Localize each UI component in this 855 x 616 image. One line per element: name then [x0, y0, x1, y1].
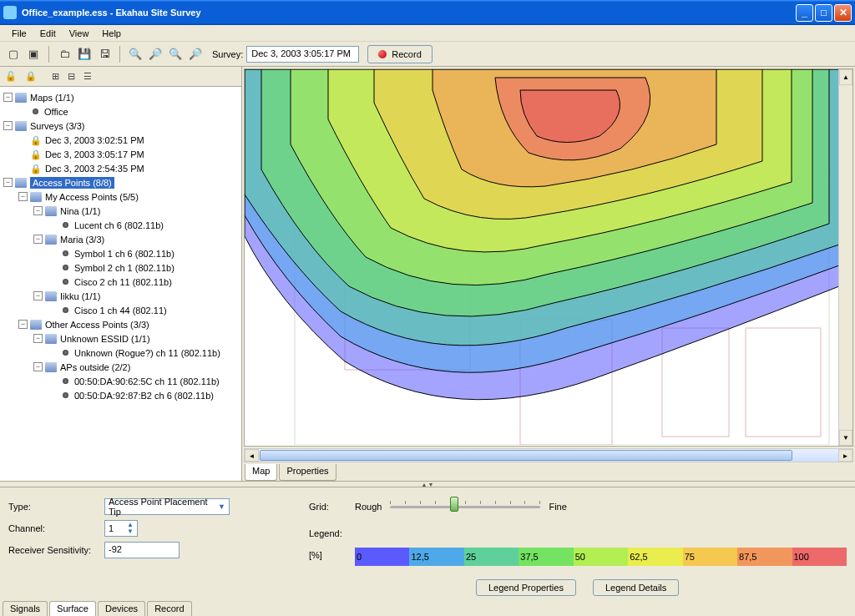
bottom-panel: Type: Access Point Placement Tip▼ Channe… — [0, 487, 855, 601]
percent-label: [%] — [309, 550, 355, 560]
survey-item[interactable]: Dec 3, 2003 3:05:17 PM — [45, 149, 144, 159]
surveys-node[interactable]: Surveys (3/3) — [30, 121, 84, 131]
open-icon[interactable]: ▣ — [25, 46, 42, 63]
survey-item[interactable]: Dec 3, 2003 2:54:35 PM — [45, 164, 144, 174]
ap-item[interactable]: Symbol 1 ch 6 (802.11b) — [74, 249, 175, 259]
survey-label: Survey: — [212, 49, 243, 59]
minimize-button[interactable]: _ — [796, 4, 813, 22]
legend-segment: 87,5 — [737, 548, 792, 566]
type-label: Type: — [8, 502, 104, 512]
lock-open-icon[interactable]: 🔓 — [5, 71, 17, 82]
titlebar: Office_example.ess - Ekahau Site Survey … — [0, 0, 855, 25]
office-node[interactable]: Office — [44, 107, 68, 117]
legend-properties-button[interactable]: Legend Properties — [476, 579, 576, 596]
ap-item[interactable]: Cisco 1 ch 44 (802.11) — [74, 305, 167, 316]
tab-signals[interactable]: Signals — [3, 601, 48, 616]
menu-view[interactable]: View — [63, 27, 96, 40]
tab-record[interactable]: Record — [147, 601, 191, 616]
zoom-out-icon[interactable]: 🔎 — [147, 46, 164, 63]
heatmap-canvas — [245, 69, 839, 445]
record-icon — [378, 50, 387, 58]
chevron-down-icon: ▼ — [218, 502, 225, 511]
myaps-node[interactable]: My Access Points (5/5) — [45, 192, 139, 202]
ap-item[interactable]: 00:50:DA:92:87:B2 ch 6 (802.11b) — [74, 391, 214, 401]
legend-segment: 12,5 — [409, 548, 463, 566]
ap-item[interactable]: Unknown (Rogue?) ch 11 (802.11b) — [74, 348, 220, 358]
tab-devices[interactable]: Devices — [98, 601, 145, 616]
lock-closed-icon[interactable]: 🔒 — [25, 71, 37, 82]
menu-help[interactable]: Help — [95, 27, 128, 40]
receiver-sensitivity-label: Receiver Sensitivity: — [8, 545, 104, 555]
tree-toolbar: 🔓 🔒 ⊞ ⊟ ☰ — [0, 67, 241, 87]
ap-item[interactable]: Lucent ch 6 (802.11b) — [74, 220, 164, 230]
channel-label: Channel: — [8, 523, 104, 533]
tree-panel: 🔓 🔒 ⊞ ⊟ ☰ −Maps (1/1) Office −Surveys (3… — [0, 67, 242, 481]
app-icon — [3, 6, 17, 19]
tab-properties[interactable]: Properties — [279, 464, 336, 481]
save-as-icon[interactable]: 🖫 — [96, 46, 113, 63]
zoom-fit-icon[interactable]: 🔍 — [167, 46, 184, 63]
maps-node[interactable]: Maps (1/1) — [30, 93, 74, 103]
spinner-arrows-icon: ▲▼ — [127, 522, 134, 535]
save-icon[interactable]: 💾 — [76, 46, 93, 63]
legend-details-button[interactable]: Legend Details — [593, 579, 679, 596]
survey-select[interactable]: Dec 3, 2003 3:05:17 PM — [246, 46, 359, 63]
splitter-handle[interactable]: ▲▼ — [0, 481, 855, 487]
menu-bar: File Edit View Help — [0, 25, 855, 42]
aps-node[interactable]: Access Points (8/8) — [30, 177, 114, 189]
grid-label: Grid: — [309, 502, 355, 512]
list-icon[interactable]: ☰ — [83, 71, 92, 82]
legend-label: Legend: — [309, 528, 355, 538]
menu-file[interactable]: File — [5, 27, 33, 40]
legend-segment: 62,5 — [628, 548, 682, 566]
maria-node[interactable]: Maria (3/3) — [60, 235, 104, 245]
record-button[interactable]: Record — [367, 45, 432, 63]
legend-segment: 75 — [683, 548, 737, 566]
unknown-essid-node[interactable]: Unknown ESSID (1/1) — [60, 334, 150, 344]
tab-surface[interactable]: Surface — [49, 601, 96, 616]
ap-item[interactable]: Cisco 2 ch 11 (802.11b) — [74, 277, 172, 287]
zoom-in-icon[interactable]: 🔍 — [127, 46, 144, 63]
ap-item[interactable]: 00:50:DA:90:62:5C ch 11 (802.11b) — [74, 376, 220, 386]
legend-bar: 012,52537,55062,57587,5100 — [355, 548, 847, 566]
collapse-icon[interactable]: ⊟ — [68, 71, 75, 82]
maximize-button[interactable]: □ — [815, 4, 832, 22]
folder-icon[interactable]: 🗀 — [56, 46, 73, 63]
toolbar: ▢ ▣ 🗀 💾 🖫 🔍 🔎 🔍 🔎 Survey: Dec 3, 2003 3:… — [0, 42, 855, 67]
tab-map[interactable]: Map — [245, 464, 277, 481]
aps-outside-node[interactable]: APs outside (2/2) — [60, 362, 130, 372]
tree[interactable]: −Maps (1/1) Office −Surveys (3/3) 🔒Dec 3… — [0, 87, 241, 481]
legend-segment: 37,5 — [519, 548, 573, 566]
ap-item[interactable]: Symbol 2 ch 1 (802.11b) — [74, 263, 175, 273]
fine-label: Fine — [549, 502, 566, 512]
zoom-actual-icon[interactable]: 🔎 — [187, 46, 204, 63]
menu-edit[interactable]: Edit — [33, 27, 63, 40]
iikku-node[interactable]: Iikku (1/1) — [60, 291, 100, 301]
rough-label: Rough — [355, 502, 382, 512]
receiver-sensitivity-input[interactable]: -92 — [104, 542, 180, 558]
otheraps-node[interactable]: Other Access Points (3/3) — [45, 320, 149, 330]
nina-node[interactable]: Nina (1/1) — [60, 206, 100, 216]
channel-spinner[interactable]: 1▲▼ — [104, 520, 138, 537]
legend-segment: 100 — [792, 548, 847, 566]
slider-knob[interactable] — [450, 497, 458, 512]
survey-item[interactable]: Dec 3, 2003 3:02:51 PM — [45, 135, 144, 145]
legend-segment: 25 — [464, 548, 519, 566]
map-vertical-scrollbar[interactable] — [838, 69, 852, 446]
map-view[interactable] — [244, 68, 853, 447]
type-combo[interactable]: Access Point Placement Tip▼ — [104, 498, 230, 515]
expand-icon[interactable]: ⊞ — [52, 71, 59, 82]
legend-segment: 50 — [574, 548, 628, 566]
window-title: Office_example.ess - Ekahau Site Survey — [22, 8, 201, 18]
grid-slider[interactable] — [390, 498, 540, 515]
close-button[interactable]: ✕ — [834, 4, 852, 22]
new-icon[interactable]: ▢ — [5, 46, 22, 63]
map-horizontal-scrollbar[interactable]: ◄► — [244, 448, 853, 462]
legend-segment: 0 — [355, 548, 409, 566]
